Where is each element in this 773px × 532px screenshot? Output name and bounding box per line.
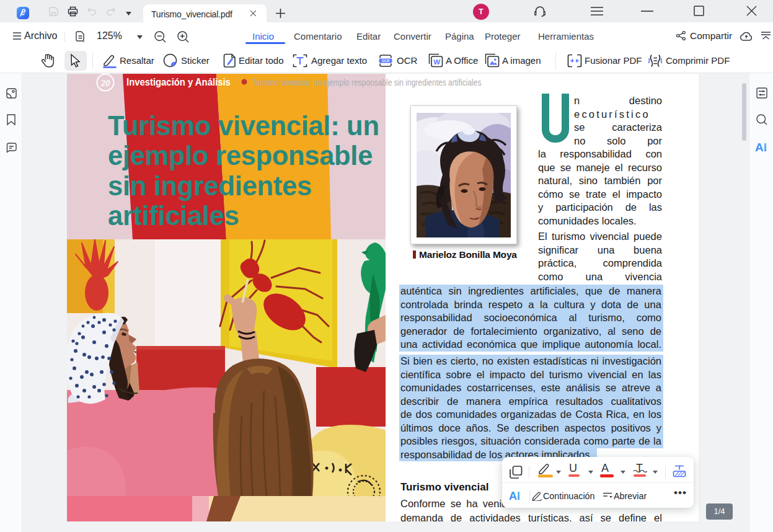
svg-text:20: 20 [100, 78, 111, 88]
svg-text:W: W [433, 58, 440, 66]
svg-text:AI: AI [509, 490, 520, 502]
svg-text:OCR: OCR [382, 59, 389, 63]
svg-text:AI: AI [755, 141, 767, 153]
